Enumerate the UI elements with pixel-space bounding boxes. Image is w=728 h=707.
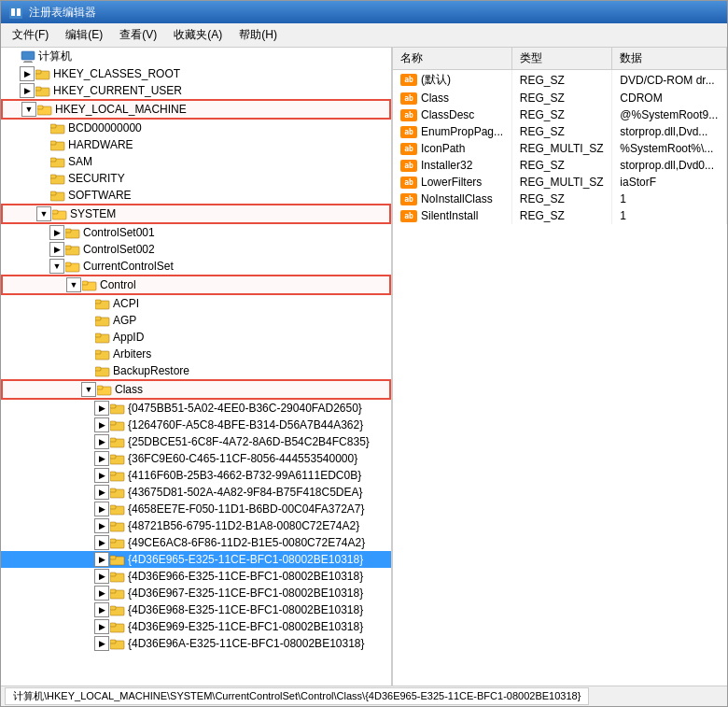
tree-node-guid12[interactable]: ▶ {4D36E967-E325-11CE-BFC1-08002BE10318} bbox=[1, 585, 391, 601]
expand-agp[interactable] bbox=[79, 313, 94, 328]
expand-guid8[interactable]: ▶ bbox=[94, 518, 109, 533]
tree-node-guid13[interactable]: ▶ {4D36E968-E325-11CE-BFC1-08002BE10318} bbox=[1, 601, 391, 618]
expand-guid3[interactable]: ▶ bbox=[94, 434, 109, 449]
expand-guid5[interactable]: ▶ bbox=[94, 468, 109, 483]
tree-node-hkcu[interactable]: ▶ HKEY_CURRENT_USER bbox=[1, 82, 391, 99]
expand-bcd[interactable] bbox=[35, 120, 49, 135]
tree-node-curcs[interactable]: ▼ CurrentControlSet bbox=[1, 258, 391, 275]
tree-node-control[interactable]: ▼ Control bbox=[1, 275, 391, 295]
table-row[interactable]: abInstaller32REG_SZstorprop.dll,Dvd0... bbox=[393, 157, 727, 174]
expand-hkcr[interactable]: ▶ bbox=[20, 66, 35, 81]
svg-rect-59 bbox=[110, 522, 116, 526]
menu-view[interactable]: 查看(V) bbox=[112, 25, 164, 45]
expand-security[interactable] bbox=[35, 171, 49, 186]
table-row[interactable]: abNoInstallClassREG_SZ1 bbox=[393, 191, 727, 207]
tree-node-appid[interactable]: AppID bbox=[1, 329, 391, 346]
expand-guid11[interactable]: ▶ bbox=[94, 569, 109, 584]
expand-curcs[interactable]: ▼ bbox=[49, 259, 64, 274]
tree-node-class[interactable]: ▼ Class bbox=[1, 379, 391, 400]
tree-node-ccs001[interactable]: ▶ ControlSet001 bbox=[1, 224, 391, 241]
tree-panel[interactable]: 计算机▶ HKEY_CLASSES_ROOT▶ HKEY_CURRENT_USE… bbox=[1, 48, 393, 686]
table-row[interactable]: abEnumPropPag...REG_SZstorprop.dll,Dvd..… bbox=[393, 123, 727, 140]
expand-computer[interactable] bbox=[5, 49, 20, 64]
tree-node-guid9[interactable]: ▶ {49CE6AC8-6F86-11D2-B1E5-0080C72E74A2} bbox=[1, 534, 391, 551]
expand-guid4[interactable]: ▶ bbox=[94, 451, 109, 466]
menu-file[interactable]: 文件(F) bbox=[5, 25, 56, 45]
expand-guid12[interactable]: ▶ bbox=[94, 586, 109, 601]
expand-guid10[interactable]: ▶ bbox=[94, 552, 109, 567]
folder-icon-guid9 bbox=[110, 536, 125, 549]
expand-guid13[interactable]: ▶ bbox=[94, 602, 109, 617]
reg-type: REG_MULTI_SZ bbox=[511, 140, 611, 157]
table-row[interactable]: abLowerFiltersREG_MULTI_SZiaStorF bbox=[393, 174, 727, 191]
expand-appid[interactable] bbox=[79, 330, 94, 345]
tree-node-guid11[interactable]: ▶ {4D36E966-E325-11CE-BFC1-08002BE10318} bbox=[1, 568, 391, 585]
tree-node-guid15[interactable]: ▶ {4D36E96A-E325-11CE-BFC1-08002BE10318} bbox=[1, 635, 391, 652]
tree-label-guid9: {49CE6AC8-6F86-11D2-B1E5-0080C72E74A2} bbox=[128, 536, 365, 549]
table-row[interactable]: abIconPathREG_MULTI_SZ%SystemRoot%\... bbox=[393, 140, 727, 157]
expand-guid15[interactable]: ▶ bbox=[94, 636, 109, 651]
menu-edit[interactable]: 编辑(E) bbox=[58, 25, 110, 45]
expand-guid9[interactable]: ▶ bbox=[94, 535, 109, 550]
reg-data: @%SystemRoot9... bbox=[612, 106, 727, 123]
tree-label-guid4: {36FC9E60-C465-11CF-8056-444553540000} bbox=[128, 452, 357, 465]
tree-node-acpi[interactable]: ACPI bbox=[1, 295, 391, 312]
expand-acpi[interactable] bbox=[79, 296, 94, 311]
menu-help[interactable]: 帮助(H) bbox=[231, 25, 285, 45]
expand-ccs001[interactable]: ▶ bbox=[49, 225, 64, 240]
tree-node-ccs002[interactable]: ▶ ControlSet002 bbox=[1, 241, 391, 258]
tree-node-guid1[interactable]: ▶ {0475BB51-5A02-4EE0-B36C-29040FAD2650} bbox=[1, 400, 391, 417]
expand-software[interactable] bbox=[35, 188, 49, 203]
tree-node-backuprestore[interactable]: BackupRestore bbox=[1, 362, 391, 379]
tree-node-agp[interactable]: AGP bbox=[1, 312, 391, 329]
table-row[interactable]: ab(默认)REG_SZDVD/CD-ROM dr... bbox=[393, 70, 727, 91]
col-data: 数据 bbox=[612, 48, 727, 70]
expand-control[interactable]: ▼ bbox=[66, 277, 81, 292]
table-row[interactable]: abClassDescREG_SZ@%SystemRoot9... bbox=[393, 106, 727, 123]
table-row[interactable]: abSilentInstallREG_SZ1 bbox=[393, 207, 727, 224]
expand-system[interactable]: ▼ bbox=[36, 206, 51, 221]
expand-guid7[interactable]: ▶ bbox=[94, 502, 109, 516]
status-bar: 计算机\HKEY_LOCAL_MACHINE\SYSTEM\CurrentCon… bbox=[1, 686, 727, 706]
tree-node-security[interactable]: SECURITY bbox=[1, 170, 391, 187]
tree-node-guid4[interactable]: ▶ {36FC9E60-C465-11CF-8056-444553540000} bbox=[1, 450, 391, 467]
expand-hkcu[interactable]: ▶ bbox=[20, 83, 35, 98]
tree-node-guid5[interactable]: ▶ {4116F60B-25B3-4662-B732-99A6111EDC0B} bbox=[1, 467, 391, 484]
registry-editor-window: 注册表编辑器 文件(F) 编辑(E) 查看(V) 收藏夹(A) 帮助(H) 计算… bbox=[0, 0, 728, 707]
reg-type: REG_SZ bbox=[511, 106, 611, 123]
tree-node-system[interactable]: ▼ SYSTEM bbox=[1, 204, 391, 224]
table-row[interactable]: abClassREG_SZCDROM bbox=[393, 90, 727, 106]
tree-node-guid3[interactable]: ▶ {25DBCE51-6C8F-4A72-8A6D-B54C2B4FC835} bbox=[1, 433, 391, 450]
tree-node-hklm[interactable]: ▼ HKEY_LOCAL_MACHINE bbox=[1, 99, 391, 120]
tree-node-guid8[interactable]: ▶ {48721B56-6795-11D2-B1A8-0080C72E74A2} bbox=[1, 517, 391, 534]
menu-favorites[interactable]: 收藏夹(A) bbox=[166, 25, 230, 45]
tree-node-computer[interactable]: 计算机 bbox=[1, 48, 391, 65]
tree-node-guid2[interactable]: ▶ {1264760F-A5C8-4BFE-B314-D56A7B44A362} bbox=[1, 417, 391, 433]
tree-node-guid7[interactable]: ▶ {4658EE7E-F050-11D1-B6BD-00C04FA372A7} bbox=[1, 501, 391, 517]
expand-guid1[interactable]: ▶ bbox=[94, 401, 109, 416]
expand-ccs002[interactable]: ▶ bbox=[49, 242, 64, 257]
tree-node-bcd[interactable]: BCD00000000 bbox=[1, 120, 391, 136]
tree-node-software[interactable]: SOFTWARE bbox=[1, 187, 391, 204]
expand-class[interactable]: ▼ bbox=[81, 382, 96, 397]
expand-hardware[interactable] bbox=[35, 137, 49, 152]
col-type: 类型 bbox=[511, 48, 611, 70]
expand-arbiters[interactable] bbox=[79, 346, 94, 361]
tree-node-sam[interactable]: SAM bbox=[1, 153, 391, 170]
svg-rect-35 bbox=[95, 317, 101, 320]
expand-guid14[interactable]: ▶ bbox=[94, 619, 109, 634]
expand-backuprestore[interactable] bbox=[79, 363, 94, 378]
expand-hklm[interactable]: ▼ bbox=[21, 102, 36, 117]
svg-rect-51 bbox=[110, 455, 116, 459]
tree-node-arbiters[interactable]: Arbiters bbox=[1, 346, 391, 362]
tree-node-hkcr[interactable]: ▶ HKEY_CLASSES_ROOT bbox=[1, 65, 391, 82]
expand-sam[interactable] bbox=[35, 154, 49, 169]
svg-rect-13 bbox=[50, 124, 56, 128]
tree-node-guid14[interactable]: ▶ {4D36E969-E325-11CE-BFC1-08002BE10318} bbox=[1, 618, 391, 635]
expand-guid6[interactable]: ▶ bbox=[94, 485, 109, 500]
expand-guid2[interactable]: ▶ bbox=[94, 417, 109, 432]
tree-node-hardware[interactable]: HARDWARE bbox=[1, 136, 391, 153]
tree-node-guid10[interactable]: ▶ {4D36E965-E325-11CE-BFC1-08002BE10318} bbox=[1, 551, 391, 568]
tree-node-guid6[interactable]: ▶ {43675D81-502A-4A82-9F84-B75F418C5DEA} bbox=[1, 484, 391, 501]
folder-icon-guid10 bbox=[110, 553, 125, 566]
